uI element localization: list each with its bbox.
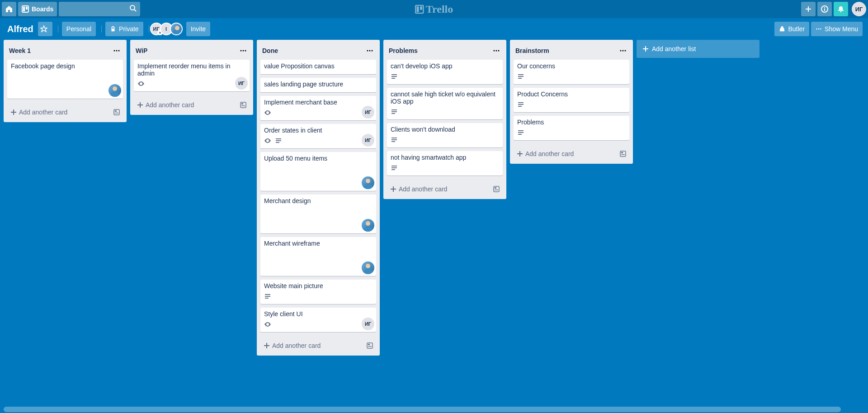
card[interactable]: Problems (514, 116, 629, 140)
card-member-avatar[interactable] (362, 219, 374, 232)
list-title[interactable]: Problems (389, 47, 490, 54)
list-menu-button[interactable] (617, 44, 629, 57)
card-badges (517, 100, 626, 109)
user-avatar[interactable]: ИГ (852, 2, 866, 16)
card[interactable]: Order states in clientИГ (260, 124, 376, 148)
info-button[interactable] (817, 2, 832, 16)
board-title[interactable]: Alfred (7, 24, 33, 34)
lists-container: Week 1Facebook page designAdd another ca… (4, 40, 864, 409)
card[interactable]: Style client UIИГ (260, 308, 376, 332)
card[interactable]: value Proposition canvas (260, 60, 376, 74)
add-list-button[interactable]: Add another list (637, 40, 760, 58)
card-member-avatar[interactable] (362, 261, 374, 274)
card[interactable]: Merchant design (260, 195, 376, 233)
card-members (361, 219, 374, 232)
boards-button[interactable]: Boards (18, 2, 57, 16)
card[interactable]: Website main picture (260, 280, 376, 304)
card[interactable]: Implement merchant baseИГ (260, 96, 376, 120)
add-card-button[interactable]: Add another card (514, 148, 617, 159)
lock-icon (110, 26, 116, 32)
trello-logo[interactable]: Trello (415, 3, 453, 15)
plus-icon (390, 185, 397, 193)
add-list-label: Add another list (652, 45, 696, 52)
create-button[interactable] (801, 2, 816, 16)
home-button[interactable] (2, 2, 16, 16)
card-members: ИГ (361, 134, 374, 147)
card-members: ИГ (361, 318, 374, 330)
card-title: Our concerns (517, 62, 626, 71)
card-template-button[interactable] (237, 99, 250, 111)
card-member-avatar[interactable]: ИГ (362, 106, 374, 119)
card-member-avatar[interactable]: ИГ (362, 134, 374, 147)
divider (58, 25, 58, 33)
card-template-button[interactable] (110, 106, 123, 119)
list-title[interactable]: Brainstorm (515, 47, 617, 54)
show-menu-button[interactable]: Show Menu (811, 22, 863, 36)
invite-label: Invite (191, 25, 206, 33)
card[interactable]: Upload 50 menu items (260, 152, 376, 191)
card-member-avatar[interactable]: ИГ (362, 318, 374, 330)
team-visibility-button[interactable]: Personal (62, 22, 96, 36)
add-card-button[interactable]: Add another card (387, 184, 490, 195)
cards-container: Our concernsProduct ConcernsProblems (510, 60, 633, 144)
list-title[interactable]: Week 1 (9, 47, 110, 54)
list-header: Week 1 (4, 40, 127, 60)
info-icon (821, 5, 828, 13)
card[interactable]: not having smartwatch app (387, 151, 503, 176)
add-card-label: Add another card (399, 185, 447, 193)
card[interactable]: Product Concerns (514, 88, 629, 112)
card-member-avatar[interactable] (108, 84, 121, 97)
dots-icon (619, 47, 627, 54)
add-card-label: Add another card (525, 150, 574, 157)
plus-icon (805, 5, 812, 13)
add-card-button[interactable]: Add another card (7, 107, 110, 118)
card-template-button[interactable] (363, 339, 376, 352)
card-badges (264, 292, 373, 301)
card[interactable]: Our concerns (514, 60, 629, 84)
card-badges (264, 207, 373, 218)
board-member-avatar[interactable] (170, 23, 183, 35)
invite-button[interactable]: Invite (186, 22, 210, 36)
card[interactable]: cannot sale high ticket w/o equivalent i… (387, 88, 503, 119)
card[interactable]: Merchant wireframe (260, 237, 376, 276)
card[interactable]: can't develop iOS app (387, 60, 503, 84)
card[interactable]: Clients won't download (387, 123, 503, 147)
privacy-button[interactable]: Private (105, 22, 143, 36)
list-title[interactable]: Done (262, 47, 363, 54)
card-members (361, 261, 374, 274)
board-canvas[interactable]: Week 1Facebook page designAdd another ca… (0, 40, 868, 413)
plus-icon (642, 45, 649, 52)
star-button[interactable] (38, 22, 52, 36)
dots-icon (816, 26, 822, 32)
card-template-button[interactable] (617, 147, 629, 160)
card[interactable]: sales landing page structure (260, 78, 376, 92)
card[interactable]: Implement reorder menu items in adminИГ (134, 60, 250, 91)
add-card-button[interactable]: Add another card (134, 100, 237, 110)
card-badges (517, 128, 626, 138)
list-header: Done (257, 40, 380, 60)
show-menu-label: Show Menu (825, 25, 858, 33)
card[interactable]: Facebook page design (7, 60, 123, 99)
list-menu-button[interactable] (363, 44, 376, 57)
list-menu-button[interactable] (110, 44, 123, 57)
description-icon (517, 73, 524, 81)
card-badges (264, 109, 373, 118)
card-badges (264, 320, 373, 329)
search-box[interactable] (59, 2, 140, 16)
card-member-avatar[interactable] (362, 176, 374, 189)
list-menu-button[interactable] (490, 44, 503, 57)
butler-button[interactable]: Butler (774, 22, 809, 36)
card-member-avatar[interactable]: ИГ (235, 77, 248, 90)
list-menu-button[interactable] (237, 44, 250, 57)
card-title: Implement merchant base (264, 99, 373, 107)
cards-container: can't develop iOS appcannot sale high ti… (383, 60, 506, 179)
search-input[interactable] (62, 5, 137, 13)
watch-icon (264, 321, 271, 329)
list-title[interactable]: WiP (136, 47, 237, 54)
list: BrainstormOur concernsProduct ConcernsPr… (510, 40, 633, 164)
card-template-button[interactable] (490, 183, 503, 195)
add-card-button[interactable]: Add another card (260, 340, 363, 351)
notifications-button[interactable] (834, 2, 848, 16)
horizontal-scrollbar[interactable] (4, 407, 841, 412)
card-title: sales landing page structure (264, 81, 373, 89)
